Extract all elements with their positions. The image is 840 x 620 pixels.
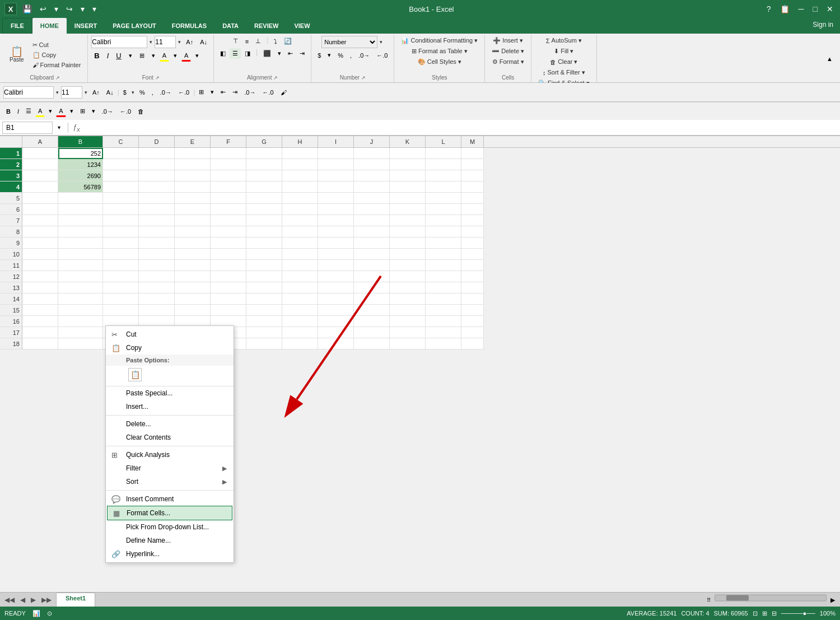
tab-insert[interactable]: INSERT [67,18,105,34]
col-header-c[interactable]: C [103,136,139,147]
close-button[interactable]: ✕ [824,3,836,15]
cell-B1[interactable]: 252 [58,148,103,159]
cell-I3[interactable] [318,170,354,181]
cell-H10[interactable] [282,249,318,260]
cell-C12[interactable] [103,271,139,282]
col-header-k[interactable]: K [390,136,426,147]
comma-button[interactable]: , [347,50,354,60]
autosum-button[interactable]: Σ AutoSum ▾ [543,36,585,45]
cell-L13[interactable] [426,282,461,293]
cell-F13[interactable] [211,282,246,293]
sort-filter-button[interactable]: ↕ Sort & Filter ▾ [539,68,589,77]
cell-A4[interactable] [22,181,58,193]
help-button[interactable]: ? [764,3,773,15]
cell-I18[interactable] [318,338,354,349]
percent-button[interactable]: % [335,50,346,60]
cell-J2[interactable] [354,159,390,170]
cell-I2[interactable] [318,159,354,170]
cell-J15[interactable] [354,305,390,316]
font-size-input[interactable] [155,36,176,48]
cell-B8[interactable] [58,226,103,237]
formula-italic-button[interactable]: I [15,106,22,116]
cell-H9[interactable] [282,237,318,249]
cell-E5[interactable] [175,193,211,204]
cell-L8[interactable] [426,226,461,237]
cell-G9[interactable] [246,237,282,249]
cell-K2[interactable] [390,159,426,170]
cell-F3[interactable] [211,170,246,181]
wrap-text-button[interactable]: ⤵ [271,36,280,46]
undo-dropdown[interactable]: ▾ [52,3,60,15]
cell-B7[interactable] [58,215,103,226]
row-number-13[interactable]: 13 [0,282,22,293]
cell-G15[interactable] [246,305,282,316]
formula-borders2[interactable]: ⊞ [77,106,88,116]
cell-J10[interactable] [354,249,390,260]
h-scrollbar-thumb[interactable] [726,595,749,600]
cell-G5[interactable] [246,193,282,204]
minimize-button[interactable]: ─ [796,3,806,15]
cell-G4[interactable] [246,181,282,193]
cell-C6[interactable] [103,204,139,215]
cell-E9[interactable] [175,237,211,249]
cell-J11[interactable] [354,260,390,271]
cell-M16[interactable] [461,316,484,327]
fill-color-button[interactable]: A [160,50,169,62]
number-format-select[interactable]: Number [321,36,377,48]
formula-fill-dropdown[interactable]: ▾ [46,106,55,116]
cell-A13[interactable] [22,282,58,293]
h-scrollbar-track[interactable] [715,594,827,601]
cell-M2[interactable] [461,159,484,170]
col-header-e[interactable]: E [175,136,211,147]
tab-page-layout[interactable]: PAGE LAYOUT [105,18,164,34]
cell-C14[interactable] [103,293,139,305]
format-as-table-button[interactable]: ⊞ Format as Table ▾ [408,46,471,56]
cell-H5[interactable] [282,193,318,204]
cell-E2[interactable] [175,159,211,170]
indent-increase-button[interactable]: ⇥ [297,48,307,59]
cell-H14[interactable] [282,293,318,305]
cell-E14[interactable] [175,293,211,305]
cell-J16[interactable] [354,316,390,327]
row-number-7[interactable]: 7 [0,215,22,226]
cell-K1[interactable] [390,148,426,159]
cell-F4[interactable] [211,181,246,193]
name-box-dropdown[interactable]: ▾ [55,123,63,132]
cell-J13[interactable] [354,282,390,293]
cell-A3[interactable] [22,170,58,181]
tab-data[interactable]: DATA [214,18,246,34]
ctx-hyperlink[interactable]: 🔗 Hyperlink... [106,547,234,561]
accounting-dropdown[interactable]: ▾ [325,50,334,60]
cell-E11[interactable] [175,260,211,271]
cell-A17[interactable] [22,327,58,338]
formula-font-color[interactable]: A [56,106,66,117]
cell-L2[interactable] [426,159,461,170]
redo-button[interactable]: ↪ [64,3,75,15]
cell-B2[interactable]: 1234 [58,159,103,170]
cell-K14[interactable] [390,293,426,305]
cell-I12[interactable] [318,271,354,282]
cell-I4[interactable] [318,181,354,193]
cell-A9[interactable] [22,237,58,249]
col-header-l[interactable]: L [426,136,461,147]
cell-H18[interactable] [282,338,318,349]
cell-J6[interactable] [354,204,390,215]
cell-G13[interactable] [246,282,282,293]
font-color-dropdown[interactable]: ▾ [193,50,202,61]
cell-G12[interactable] [246,271,282,282]
sheet-prev-button[interactable]: ◀◀ [2,595,17,605]
formula-borders2-dropdown[interactable]: ▾ [89,106,98,116]
cell-K3[interactable] [390,170,426,181]
cell-J12[interactable] [354,271,390,282]
view-layout-icon[interactable]: ⊞ [762,610,767,617]
cell-G6[interactable] [246,204,282,215]
cell-J18[interactable] [354,338,390,349]
mini-borders-dropdown[interactable]: ▾ [208,87,217,97]
cell-K16[interactable] [390,316,426,327]
cell-L12[interactable] [426,271,461,282]
cell-B12[interactable] [58,271,103,282]
cell-D11[interactable] [139,260,175,271]
indent-decrease-button[interactable]: ⇤ [285,48,296,59]
ctx-format-cells[interactable]: ▦ Format Cells... [107,506,232,520]
ctx-clear-contents[interactable]: Clear Contents [106,431,234,446]
